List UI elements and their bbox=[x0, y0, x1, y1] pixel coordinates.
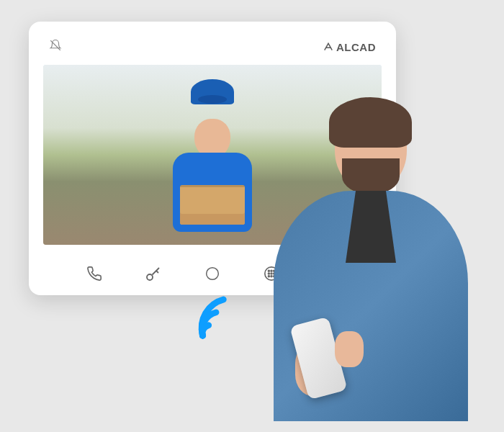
brand-name: ALCAD bbox=[336, 41, 376, 53]
brand-mark-icon bbox=[323, 42, 333, 52]
unlock-button[interactable] bbox=[143, 264, 163, 284]
panel-header: ALCAD bbox=[43, 36, 382, 58]
user-with-phone bbox=[252, 108, 490, 432]
key-icon bbox=[145, 265, 162, 282]
wifi-signal-icon bbox=[185, 288, 248, 353]
mute-bell-icon bbox=[49, 39, 62, 55]
call-button[interactable] bbox=[84, 264, 104, 284]
svg-point-1 bbox=[147, 274, 153, 280]
circle-icon bbox=[205, 266, 220, 281]
phone-icon bbox=[86, 266, 102, 282]
svg-point-2 bbox=[207, 268, 219, 280]
brand-logo: ALCAD bbox=[323, 41, 376, 53]
home-button[interactable] bbox=[202, 264, 222, 284]
